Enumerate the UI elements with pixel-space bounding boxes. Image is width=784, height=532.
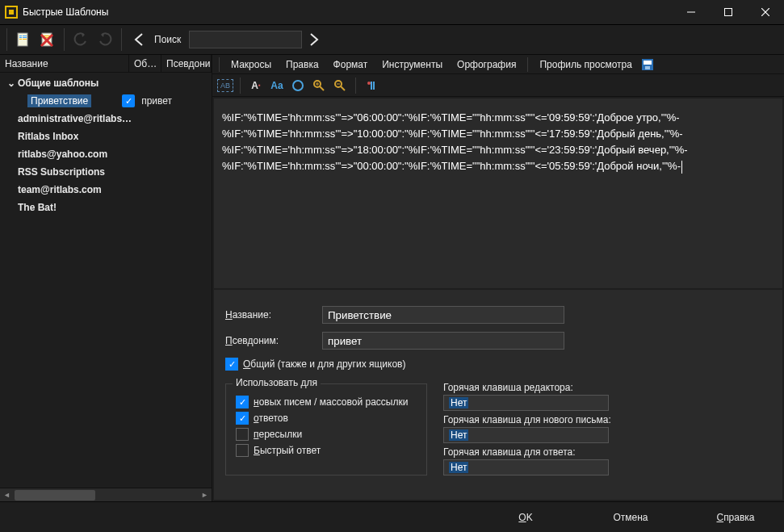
svg-rect-8 (19, 37, 22, 38)
horizontal-scrollbar[interactable]: ◄ ► (0, 488, 212, 501)
hotkey-reply-label: Горячая клавиша для ответа: (443, 446, 771, 458)
use-for-label: Использовать для (233, 377, 321, 388)
collapse-icon[interactable]: ⌄ (6, 77, 16, 89)
save-profile-icon[interactable] (640, 57, 655, 72)
hotkey-editor-label: Горячая клавиша редактора: (443, 382, 771, 393)
alias-input[interactable] (322, 332, 564, 350)
name-input[interactable] (322, 306, 564, 324)
undo-button[interactable] (69, 28, 92, 51)
usefor-reply-checkbox[interactable]: ✓ (236, 412, 249, 425)
scroll-thumb[interactable] (15, 490, 95, 501)
alias-label: Псевдоним: (225, 335, 322, 346)
usefor-forward-checkbox[interactable] (236, 428, 249, 441)
hotkey-new-label: Горячая клавиша для нового письма: (443, 414, 771, 425)
menu-edit[interactable]: Правка (279, 55, 325, 74)
redo-button[interactable] (94, 28, 116, 51)
select-all-icon[interactable]: AB (217, 79, 233, 92)
zoom-in-icon[interactable] (310, 77, 328, 94)
svg-rect-19 (644, 61, 652, 65)
font-color-icon[interactable]: A▪ (247, 77, 265, 94)
template-tree[interactable]: ⌄ Общие шаблоны Приветствие ✓ привет adm… (0, 73, 212, 488)
shared-checkbox[interactable]: ✓ (225, 358, 238, 371)
dialog-buttons: OK Отмена Справка (0, 501, 784, 532)
usefor-quick-checkbox[interactable] (236, 444, 249, 457)
help-button[interactable]: Справка (703, 508, 768, 527)
editor-menubar: Макросы Правка Формат Инструменты Орфогр… (212, 55, 784, 74)
new-template-button[interactable] (12, 28, 35, 51)
titlebar: Быстрые Шаблоны (0, 0, 784, 24)
svg-line-23 (320, 86, 324, 90)
menu-view-profile[interactable]: Профиль просмотра (533, 55, 639, 74)
editor-line: %IF:"%TIME='hh:mm:ss'"=>"06:00:00":"%IF:… (222, 110, 774, 126)
editor-line: %IF:"%TIME='hh:mm:ss'"=>"10:00:00":"%IF:… (222, 126, 774, 142)
svg-rect-14 (44, 36, 50, 36)
svg-rect-20 (645, 66, 650, 69)
font-size-icon[interactable]: Aa (268, 77, 286, 94)
search-input[interactable] (189, 31, 302, 48)
name-label: Название: (225, 309, 322, 320)
hotkey-new-input[interactable]: Нет (443, 427, 609, 443)
delete-template-button[interactable] (36, 28, 59, 51)
cancel-button[interactable]: Отмена (598, 508, 663, 527)
search-label: Поиск (154, 34, 181, 45)
svg-rect-9 (19, 39, 22, 40)
svg-rect-11 (23, 37, 27, 38)
color-circle-icon[interactable] (289, 77, 307, 94)
menu-format[interactable]: Формат (327, 55, 375, 74)
template-editor[interactable]: %IF:"%TIME='hh:mm:ss'"=>"06:00:00":"%IF:… (214, 98, 782, 288)
svg-line-27 (341, 86, 345, 90)
svg-rect-3 (725, 9, 732, 16)
usefor-new-checkbox[interactable]: ✓ (236, 396, 249, 408)
svg-rect-12 (23, 39, 27, 40)
toggle-marks-icon[interactable] (363, 77, 380, 94)
close-button[interactable] (747, 0, 784, 24)
tree-item[interactable]: administrative@ritlabs… (0, 110, 212, 128)
search-prev-button[interactable] (132, 32, 146, 47)
maximize-button[interactable] (710, 0, 747, 24)
tree-header: Название Об… Псевдони… (0, 55, 212, 73)
minimize-button[interactable] (673, 0, 710, 24)
tree-item[interactable]: The Bat! (0, 199, 212, 216)
shared-label: Общий (также и для других ящиков) (243, 358, 405, 370)
properties-form: Название: Псевдоним: ✓ Общий (также и дл… (214, 290, 782, 500)
col-alias[interactable]: Псевдони… (161, 55, 212, 72)
svg-point-21 (293, 81, 303, 90)
shared-checkbox[interactable]: ✓ (122, 94, 135, 107)
menu-spelling[interactable]: Орфография (451, 55, 522, 74)
format-toolbar: AB A▪ Aa (212, 74, 784, 97)
svg-rect-7 (19, 36, 22, 36)
editor-line: %IF:"%TIME='hh:mm:ss'"=>"18:00:00":"%IF:… (222, 142, 774, 158)
svg-point-29 (367, 82, 371, 85)
col-name[interactable]: Название (0, 55, 129, 72)
tree-item[interactable]: team@ritlabs.com (0, 181, 212, 199)
menu-tools[interactable]: Инструменты (375, 55, 449, 74)
scroll-left-icon[interactable]: ◄ (0, 488, 14, 502)
template-tree-panel: Название Об… Псевдони… ⌄ Общие шаблоны П… (0, 55, 212, 501)
tree-item-selected[interactable]: Приветствие ✓ привет (0, 92, 212, 110)
main-toolbar: Поиск (0, 24, 784, 55)
tree-item[interactable]: RSS Subscriptions (0, 163, 212, 181)
text-caret (681, 161, 682, 174)
zoom-out-icon[interactable] (331, 77, 349, 94)
app-icon (5, 6, 18, 19)
col-shared[interactable]: Об… (129, 55, 161, 72)
tree-root[interactable]: ⌄ Общие шаблоны (0, 74, 212, 92)
scroll-right-icon[interactable]: ► (198, 488, 212, 502)
use-for-group: Использовать для ✓новых писем / массовой… (225, 383, 427, 475)
svg-rect-10 (23, 36, 27, 36)
ok-button[interactable]: OK (493, 508, 558, 527)
hotkey-editor-input[interactable]: Нет (443, 395, 609, 411)
svg-rect-1 (9, 10, 14, 15)
tree-item[interactable]: Ritlabs Inbox (0, 128, 212, 145)
window-title: Быстрые Шаблоны (23, 6, 673, 18)
tree-item[interactable]: ritlabs@yahoo.com (0, 145, 212, 163)
hotkey-reply-input[interactable]: Нет (443, 459, 609, 475)
editor-line: %IF:"%TIME='hh:mm:ss'"=>"00:00:00":"%IF:… (222, 158, 774, 174)
search-next-button[interactable] (307, 32, 321, 47)
menu-macros[interactable]: Макросы (224, 55, 278, 74)
